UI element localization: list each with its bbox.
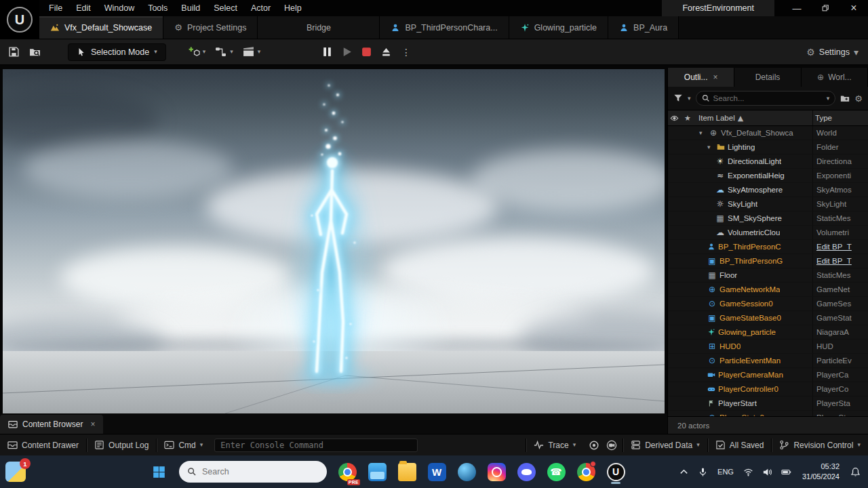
outliner-row-SM_SkySphere[interactable]: ▦SM_SkySphereStaticMes <box>668 211 868 226</box>
panel-tab-Outli...[interactable]: Outli...× <box>668 68 734 87</box>
pinned-column-header[interactable]: ★ <box>682 110 696 125</box>
close-tab-icon[interactable]: × <box>90 420 95 429</box>
outliner-row-GameSession0[interactable]: ⊙GameSession0GameSes <box>668 297 868 311</box>
stop-icon[interactable] <box>361 46 372 58</box>
expander-icon[interactable]: ▾ <box>707 144 714 150</box>
battery-indicator[interactable] <box>778 460 795 484</box>
menu-build[interactable]: Build <box>174 0 207 16</box>
outliner-search[interactable]: ▾ <box>696 91 836 106</box>
all-saved-button[interactable]: All Saved <box>708 434 772 455</box>
new-folder-icon[interactable] <box>840 94 850 103</box>
menu-edit[interactable]: Edit <box>69 0 98 16</box>
unreal-logo[interactable]: U <box>0 0 39 39</box>
editor-tab-Vfx_Default_Showcase[interactable]: Vfx_Default_Showcase <box>39 16 163 39</box>
save-icon[interactable] <box>8 46 20 58</box>
browse-content-icon[interactable] <box>29 46 41 58</box>
item-label-column-header[interactable]: Item Label ▲ <box>696 110 812 125</box>
type-column-header[interactable]: Type <box>812 110 868 125</box>
outliner-row-HUD0[interactable]: ⊞HUD0HUD <box>668 340 868 354</box>
menu-help[interactable]: Help <box>277 0 309 16</box>
menu-window[interactable]: Window <box>98 0 141 16</box>
cmd-dropdown[interactable]: Cmd ▾ <box>157 434 210 455</box>
trace-target-icon[interactable] <box>589 440 599 451</box>
visibility-column-header[interactable] <box>668 110 682 125</box>
taskbar-app-instagram[interactable] <box>483 458 510 485</box>
menu-file[interactable]: File <box>42 0 69 16</box>
viewport-settings-dropdown[interactable]: ⚙ Settings ▾ <box>806 47 859 57</box>
taskbar-search[interactable] <box>179 461 327 483</box>
edit-blueprint-link[interactable]: Edit BP_T <box>812 254 868 268</box>
frame-skip-icon[interactable] <box>341 46 353 58</box>
content-browser-tab[interactable]: Content Browser × <box>0 415 103 434</box>
expander-icon[interactable]: ▾ <box>699 129 706 136</box>
trace-dropdown[interactable]: Trace ▾ <box>526 434 583 455</box>
taskbar-app-file-explorer[interactable] <box>363 458 391 485</box>
tray-overflow-button[interactable] <box>675 460 692 484</box>
editor-tab-BP_Aura[interactable]: BP_Aura <box>608 16 679 39</box>
outliner-row-VolumetricClou[interactable]: ☁VolumetricClouVolumetri <box>668 226 868 240</box>
notification-center-button[interactable] <box>847 460 864 484</box>
outliner-row-ParticleEventMan[interactable]: ⊙ParticleEventManParticleEv <box>668 354 868 368</box>
language-indicator[interactable]: ENG <box>713 468 738 476</box>
filter-icon[interactable] <box>673 94 683 103</box>
editor-tab-Glowing_particle[interactable]: Glowing_particle <box>509 16 608 39</box>
console-command-box[interactable] <box>214 439 418 452</box>
content-drawer-button[interactable]: Content Drawer <box>0 434 86 455</box>
trace-snapshot-icon[interactable] <box>606 440 617 451</box>
panel-tab-Details[interactable]: Details <box>734 68 801 87</box>
microphone-indicator[interactable] <box>694 460 711 484</box>
outliner-row-BP_ThirdPersonC[interactable]: BP_ThirdPersonCEdit BP_T <box>668 240 868 254</box>
taskbar-app-chrome-premiere[interactable]: PRE <box>334 458 361 485</box>
outliner-row-PlayerCameraMan[interactable]: PlayerCameraManPlayerCa <box>668 368 868 382</box>
taskbar-search-input[interactable] <box>202 467 319 476</box>
outliner-row-DirectionalLight[interactable]: ☀DirectionalLightDirectiona <box>668 155 868 169</box>
panel-tab-Worl...[interactable]: ⊕Worl... <box>802 68 868 87</box>
taskbar-app-whatsapp[interactable]: ☎ <box>542 458 570 485</box>
outliner-settings-icon[interactable]: ⚙ <box>854 94 863 103</box>
outliner-row-ExponentialHeig[interactable]: ≈ExponentialHeigExponenti <box>668 169 868 183</box>
outliner-row-Vfx_Default_Showca[interactable]: ▾⊕Vfx_Default_ShowcaWorld <box>668 126 868 140</box>
eject-icon[interactable] <box>380 46 392 58</box>
blueprints-dropdown[interactable]: ▾ <box>215 46 233 58</box>
glowing-character[interactable] <box>252 75 422 413</box>
weather-widget[interactable]: 1 <box>5 462 26 482</box>
taskbar-app-unreal-engine[interactable]: U <box>602 458 629 485</box>
editor-tab-Bridge[interactable]: Bridge <box>258 16 380 39</box>
menu-select[interactable]: Select <box>207 0 244 16</box>
close-button[interactable]: × <box>840 0 868 16</box>
volume-indicator[interactable] <box>759 460 776 484</box>
outliner-row-PlayerStart[interactable]: PlayerStartPlayerSta <box>668 396 868 411</box>
outliner-row-SkyAtmosphere[interactable]: ☁SkyAtmosphereSkyAtmos <box>668 183 868 197</box>
taskbar-app-discord[interactable] <box>513 458 540 485</box>
editor-tab-BP_ThirdPersonChara...[interactable]: BP_ThirdPersonChara... <box>380 16 509 39</box>
menu-tools[interactable]: Tools <box>141 0 174 16</box>
derived-data-dropdown[interactable]: Derived Data ▾ <box>623 434 707 455</box>
outliner-row-Lighting[interactable]: ▾LightingFolder <box>668 140 868 155</box>
outliner-row-GameNetworkMa[interactable]: ⊕GameNetworkMaGameNet <box>668 283 868 297</box>
close-tab-icon[interactable]: × <box>713 73 718 82</box>
output-log-button[interactable]: Output Log <box>87 434 156 455</box>
outliner-row-Glowing_particle[interactable]: Glowing_particleNiagaraA <box>668 325 868 340</box>
level-viewport[interactable] <box>3 69 665 413</box>
taskbar-app-folder[interactable] <box>393 458 420 485</box>
project-name[interactable]: ForestEnvironment <box>662 0 774 16</box>
outliner-row-Floor[interactable]: ▦FloorStaticMes <box>668 268 868 283</box>
outliner-search-input[interactable] <box>713 94 823 102</box>
console-command-input[interactable] <box>220 441 412 450</box>
edit-blueprint-link[interactable]: Edit BP_T <box>812 240 868 253</box>
selection-mode-dropdown[interactable]: Selection Mode ▾ <box>68 43 166 61</box>
wifi-indicator[interactable] <box>740 460 757 484</box>
taskbar-app-word[interactable]: W <box>423 458 450 485</box>
editor-tab-Project Settings[interactable]: ⚙Project Settings <box>163 16 258 39</box>
minimize-button[interactable]: — <box>783 0 811 16</box>
outliner-row-SkyLight[interactable]: ☼SkyLightSkyLight <box>668 197 868 211</box>
start-button[interactable] <box>145 458 172 485</box>
outliner-row-GameStateBase0[interactable]: ▣GameStateBase0GameStat <box>668 311 868 325</box>
menu-actor[interactable]: Actor <box>244 0 277 16</box>
taskbar-app-chrome[interactable] <box>572 458 599 485</box>
outliner-row-PlayerState0[interactable]: ⊙PlayerState0PlayerSta <box>668 411 868 416</box>
outliner-row-PlayerController0[interactable]: PlayerController0PlayerCo <box>668 382 868 396</box>
taskbar-app-app[interactable] <box>453 458 480 485</box>
playback-options-icon[interactable]: ⋮ <box>401 47 411 57</box>
add-actor-dropdown[interactable]: ▾ <box>188 46 206 58</box>
